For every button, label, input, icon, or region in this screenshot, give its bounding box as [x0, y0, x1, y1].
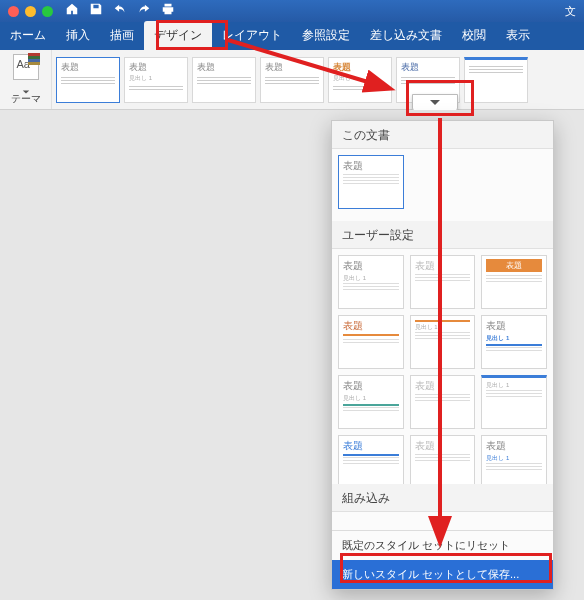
- section-header-this-document: この文書: [332, 121, 553, 149]
- thumb-sub: 見出し 1: [343, 394, 399, 403]
- style-set-thumb[interactable]: 表題: [410, 375, 476, 429]
- thumb-title: 表題: [265, 61, 319, 74]
- tab-layout[interactable]: レイアウト: [212, 21, 292, 50]
- thumb-sub: 見出し 1: [415, 323, 471, 332]
- undo-icon[interactable]: [113, 2, 127, 20]
- thumb-title: 表題: [61, 61, 115, 74]
- style-thumb[interactable]: 表題: [56, 57, 120, 103]
- themes-icon: [13, 54, 39, 80]
- section-header-user: ユーザー設定: [332, 221, 553, 249]
- thumb-title: 表題: [343, 159, 399, 173]
- titlebar: 文: [0, 0, 584, 22]
- thumb-title: 表題: [129, 61, 183, 74]
- thumb-sub: 見出し 1: [129, 74, 183, 83]
- tab-references[interactable]: 参照設定: [292, 21, 360, 50]
- dropdown-footer: 既定のスタイル セットにリセット 新しいスタイル セットとして保存...: [332, 530, 553, 589]
- thumb-sub: 見出し 1: [343, 274, 399, 283]
- style-set-thumb[interactable]: 表題 見出し 1: [481, 435, 547, 484]
- thumb-title: 表題: [343, 319, 399, 333]
- ribbon-tabs: ホーム 挿入 描画 デザイン レイアウト 参照設定 差し込み文書 校閲 表示: [0, 22, 584, 50]
- themes-group[interactable]: テーマ: [0, 50, 52, 109]
- thumb-sub: 見出し 1: [486, 454, 542, 463]
- doc-title-fragment: 文: [565, 4, 576, 19]
- thumb-title: 表題: [415, 259, 471, 273]
- thumb-title: 表題: [415, 379, 471, 393]
- print-icon[interactable]: [161, 2, 175, 20]
- style-set-thumb[interactable]: 表題: [410, 255, 476, 309]
- thumb-title: 表題: [343, 379, 399, 393]
- thumb-title: 表題: [197, 61, 251, 74]
- style-set-thumb[interactable]: 表題: [481, 255, 547, 309]
- tab-insert[interactable]: 挿入: [56, 21, 100, 50]
- thumb-sub: 見出し 1: [486, 334, 542, 343]
- ribbon-body: テーマ 表題 表題 見出し 1 表題 表題 表題 見出し 1 表題: [0, 50, 584, 110]
- section-header-builtin: 組み込み: [332, 484, 553, 512]
- thumb-title: 表題: [333, 61, 387, 74]
- thumb-sub: 見出し 1: [486, 381, 542, 390]
- style-set-thumb[interactable]: 表題 見出し 1: [338, 375, 404, 429]
- reset-style-set-button[interactable]: 既定のスタイル セットにリセット: [332, 531, 553, 560]
- style-thumb[interactable]: [464, 57, 528, 103]
- style-set-thumb[interactable]: 表題: [338, 315, 404, 369]
- thumb-title: 表題: [486, 439, 542, 453]
- tab-view[interactable]: 表示: [496, 21, 540, 50]
- zoom-window-button[interactable]: [42, 6, 53, 17]
- thumb-sub: 見出し 1: [333, 74, 387, 83]
- document-formatting-gallery: 表題 表題 見出し 1 表題 表題 表題 見出し 1 表題: [52, 50, 584, 109]
- style-set-thumb[interactable]: 表題: [338, 435, 404, 484]
- thumb-title: 表題: [343, 259, 399, 273]
- thumb-title: 表題: [486, 319, 542, 333]
- style-set-thumb[interactable]: 表題 見出し 1: [481, 315, 547, 369]
- style-set-thumb[interactable]: 見出し 1: [410, 315, 476, 369]
- tab-mailings[interactable]: 差し込み文書: [360, 21, 452, 50]
- themes-label: テーマ: [11, 92, 41, 106]
- tab-draw[interactable]: 描画: [100, 21, 144, 50]
- thumb-title: 表題: [486, 259, 542, 272]
- style-set-thumb[interactable]: 表題: [410, 435, 476, 484]
- close-window-button[interactable]: [8, 6, 19, 17]
- tab-design[interactable]: デザイン: [144, 21, 212, 50]
- style-set-thumb[interactable]: 表題 見出し 1: [338, 255, 404, 309]
- home-icon[interactable]: [65, 2, 79, 20]
- minimize-window-button[interactable]: [25, 6, 36, 17]
- thumb-title: 表題: [401, 61, 455, 74]
- tab-home[interactable]: ホーム: [0, 21, 56, 50]
- style-thumb[interactable]: 表題 見出し 1: [328, 57, 392, 103]
- style-set-thumb[interactable]: 表題: [338, 155, 404, 209]
- style-thumb[interactable]: 表題: [192, 57, 256, 103]
- tab-review[interactable]: 校閲: [452, 21, 496, 50]
- redo-icon[interactable]: [137, 2, 151, 20]
- style-set-dropdown: この文書 表題 ユーザー設定 表題 見出し 1 表題 表題: [331, 120, 554, 590]
- chevron-down-icon: [429, 99, 441, 107]
- style-thumb[interactable]: 表題 見出し 1: [124, 57, 188, 103]
- thumb-title: 表題: [415, 439, 471, 453]
- quick-access-toolbar: [65, 2, 175, 20]
- window-controls: [8, 6, 53, 17]
- thumb-title: 表題: [343, 439, 399, 453]
- chevron-down-icon: [22, 82, 30, 90]
- save-icon[interactable]: [89, 2, 103, 20]
- save-new-style-set-button[interactable]: 新しいスタイル セットとして保存...: [332, 560, 553, 589]
- style-set-thumb[interactable]: 見出し 1: [481, 375, 547, 429]
- style-thumb[interactable]: 表題: [260, 57, 324, 103]
